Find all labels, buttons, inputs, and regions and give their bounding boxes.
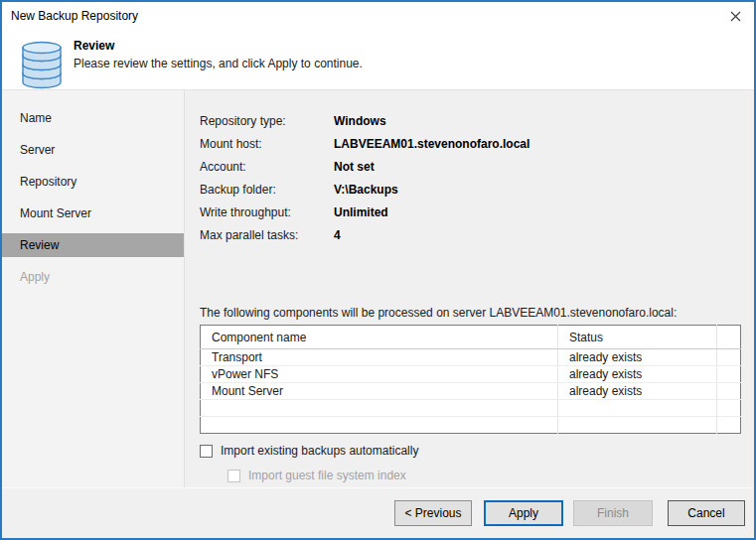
component-name-cell: [201, 400, 558, 417]
summary-value: Windows: [334, 114, 386, 128]
table-row: [201, 417, 741, 434]
close-button[interactable]: [724, 7, 746, 27]
cancel-button[interactable]: Cancel: [668, 500, 745, 526]
sidebar-item-label: Mount Server: [20, 206, 91, 220]
step-subtitle: Please review the settings, and click Ap…: [74, 57, 363, 70]
summary-label: Write throughput:: [200, 205, 334, 219]
component-status-cell: [558, 417, 717, 434]
database-stack-icon: [21, 41, 63, 94]
step-title: Review: [74, 39, 114, 53]
sidebar-item-label: Repository: [20, 175, 76, 189]
component-name-cell: Transport: [201, 349, 558, 366]
table-row[interactable]: Transport already exists: [201, 349, 741, 366]
previous-button[interactable]: < Previous: [394, 500, 472, 526]
import-guest-index-checkbox: [227, 470, 240, 482]
component-status-cell: already exists: [558, 349, 717, 366]
finish-button: Finish: [573, 500, 653, 526]
component-status-cell: already exists: [558, 366, 717, 383]
column-header-extra: [717, 326, 741, 349]
sidebar-item-label: Name: [20, 111, 52, 125]
sidebar-item-label: Server: [20, 143, 55, 157]
summary-row: Mount host: LABVEEAM01.stevenonofaro.loc…: [200, 132, 740, 155]
components-table: Component name Status Transport already …: [200, 325, 741, 434]
summary-label: Max parallel tasks:: [200, 228, 334, 242]
settings-summary: Repository type: Windows Mount host: LAB…: [200, 109, 740, 246]
sidebar-item-mount-server[interactable]: Mount Server: [2, 202, 184, 225]
sidebar-item-repository[interactable]: Repository: [2, 170, 184, 194]
sidebar-item-label: Apply: [20, 270, 50, 284]
component-name-cell: [201, 417, 558, 434]
review-content-panel: Repository type: Windows Mount host: LAB…: [186, 90, 754, 487]
new-backup-repository-dialog: New Backup Repository Review: [0, 0, 756, 540]
summary-row: Backup folder: V:\Backups: [200, 178, 740, 201]
summary-value: 4: [334, 228, 341, 242]
table-row[interactable]: vPower NFS already exists: [201, 366, 741, 383]
summary-label: Repository type:: [200, 114, 334, 128]
components-caption: The following components will be process…: [200, 306, 740, 320]
import-backups-option[interactable]: Import existing backups automatically: [200, 444, 740, 458]
sidebar-item-name[interactable]: Name: [2, 106, 184, 130]
import-backups-checkbox[interactable]: [200, 445, 213, 458]
component-name-cell: Mount Server: [201, 383, 558, 400]
sidebar-item-server[interactable]: Server: [2, 138, 184, 162]
summary-row: Account: Not set: [200, 155, 740, 178]
summary-value: Not set: [334, 160, 375, 174]
component-name-cell: vPower NFS: [201, 366, 558, 383]
wizard-header: Review Please review the settings, and c…: [2, 30, 754, 90]
sidebar-item-apply: Apply: [2, 265, 184, 289]
summary-row: Max parallel tasks: 4: [200, 223, 740, 246]
summary-label: Mount host:: [200, 137, 334, 151]
table-row[interactable]: Mount Server already exists: [201, 383, 741, 400]
checkbox-label: Import guest file system index: [248, 469, 406, 482]
close-icon: [730, 10, 741, 25]
summary-value: Unlimited: [334, 205, 388, 219]
column-header-component-name[interactable]: Component name: [201, 326, 558, 349]
summary-row: Repository type: Windows: [200, 109, 740, 132]
window-title: New Backup Repository: [11, 9, 138, 23]
summary-value: LABVEEAM01.stevenonofaro.local: [334, 137, 529, 151]
import-guest-index-option: Import guest file system index: [227, 469, 740, 482]
component-status-cell: already exists: [558, 383, 717, 400]
table-row: [201, 400, 741, 417]
apply-button[interactable]: Apply: [484, 500, 563, 526]
component-status-cell: [558, 400, 717, 417]
table-header-row: Component name Status: [201, 326, 741, 349]
sidebar-item-review[interactable]: Review: [2, 233, 184, 257]
wizard-footer: < Previous Apply Finish Cancel: [2, 487, 754, 538]
wizard-steps-sidebar: Name Server Repository Mount Server Revi…: [2, 90, 185, 487]
summary-label: Backup folder:: [200, 183, 334, 197]
titlebar: New Backup Repository: [2, 2, 754, 30]
summary-value: V:\Backups: [334, 183, 398, 197]
sidebar-item-label: Review: [20, 238, 59, 252]
checkbox-label: Import existing backups automatically: [221, 444, 418, 458]
summary-label: Account:: [200, 160, 334, 174]
column-header-status[interactable]: Status: [558, 326, 717, 349]
summary-row: Write throughput: Unlimited: [200, 201, 740, 223]
